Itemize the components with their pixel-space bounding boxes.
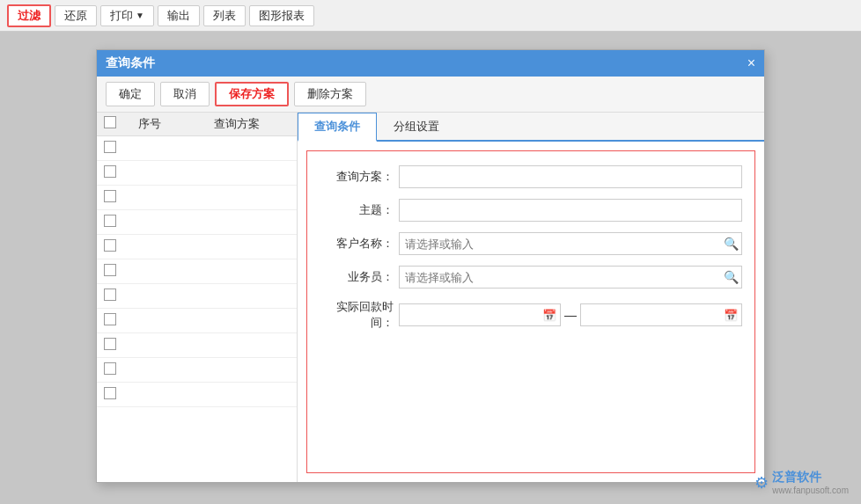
scheme-row (97, 235, 297, 259)
toolbar: 过滤 还原 打印 ▼ 输出 列表 图形报表 (0, 0, 861, 32)
export-button[interactable]: 输出 (158, 5, 200, 26)
print-button[interactable]: 打印 ▼ (100, 5, 154, 26)
restore-button[interactable]: 还原 (55, 5, 97, 26)
datetime-label: 实际回款时间： (320, 299, 399, 331)
tab-query-conditions[interactable]: 查询条件 (298, 113, 377, 142)
tabs-row: 查询条件 分组设置 (298, 113, 764, 142)
row-checkbox[interactable] (104, 264, 116, 276)
subject-row: 主题： (320, 199, 742, 222)
filter-button[interactable]: 过滤 (7, 4, 51, 27)
datetime-row: 实际回款时间： 📅 — 📅 (320, 299, 742, 331)
scheme-row (97, 284, 297, 309)
scheme-row (97, 358, 297, 383)
modal-overlay: 查询条件 × 确定 取消 保存方案 删除方案 序号 查询方案 (0, 32, 861, 504)
logo-text-wrap: 泛普软件 www.fanpusoft.com (772, 470, 849, 495)
date-from-wrap: 📅 (399, 303, 561, 326)
conditions-panel: 查询条件 分组设置 查询方案： 主题： (298, 113, 764, 482)
date-to-wrap: 📅 (580, 303, 742, 326)
date-separator: — (564, 308, 577, 322)
scheme-row (97, 383, 297, 407)
dialog-actions: 确定 取消 保存方案 删除方案 (97, 77, 764, 113)
subject-label: 主题： (320, 202, 399, 218)
header-checkbox[interactable] (104, 116, 116, 128)
customer-search-icon[interactable]: 🔍 (720, 233, 741, 254)
date-range: 📅 — 📅 (399, 303, 742, 326)
delete-scheme-button[interactable]: 删除方案 (294, 82, 366, 106)
date-to-input[interactable] (581, 307, 720, 323)
scheme-name-label: 查询方案： (320, 169, 399, 185)
salesperson-search-icon[interactable]: 🔍 (720, 267, 741, 288)
salesperson-input[interactable] (400, 269, 720, 286)
calendar-from-icon[interactable]: 📅 (539, 309, 560, 322)
scheme-table-header: 序号 查询方案 (97, 113, 297, 136)
row-checkbox[interactable] (104, 165, 116, 178)
scheme-name-input[interactable] (399, 165, 742, 188)
row-checkbox[interactable] (104, 387, 116, 399)
row-checkbox[interactable] (104, 239, 116, 252)
customer-label: 客户名称： (320, 236, 399, 252)
scheme-panel: 序号 查询方案 (97, 113, 298, 482)
scheme-name-row: 查询方案： (320, 165, 742, 188)
dialog-title: 查询条件 (106, 55, 155, 71)
customer-input-wrap: 🔍 (399, 232, 742, 255)
date-from-input[interactable] (400, 307, 539, 323)
dialog-body: 序号 查询方案 (97, 113, 764, 482)
row-checkbox[interactable] (104, 338, 116, 350)
logo-url: www.fanpusoft.com (772, 486, 849, 495)
row-checkbox[interactable] (104, 289, 116, 301)
scheme-row (97, 186, 297, 210)
scheme-row (97, 161, 297, 186)
scheme-rows (97, 136, 297, 482)
chart-button[interactable]: 图形报表 (249, 5, 314, 26)
calendar-to-icon[interactable]: 📅 (720, 309, 741, 322)
row-checkbox[interactable] (104, 313, 116, 325)
header-seq: 序号 (123, 116, 176, 132)
tab-group-settings[interactable]: 分组设置 (377, 113, 456, 142)
save-scheme-button[interactable]: 保存方案 (215, 82, 289, 106)
logo-name: 泛普软件 (772, 470, 849, 486)
dialog-close-button[interactable]: × (747, 56, 755, 70)
list-button[interactable]: 列表 (203, 5, 246, 26)
logo-area: ⚙ 泛普软件 www.fanpusoft.com (754, 470, 849, 495)
salesperson-label: 业务员： (320, 269, 399, 285)
row-checkbox[interactable] (104, 362, 116, 375)
row-checkbox[interactable] (104, 215, 116, 227)
scheme-row (97, 309, 297, 333)
dialog-header: 查询条件 × (97, 50, 764, 77)
scheme-row (97, 259, 297, 284)
scheme-row (97, 136, 297, 161)
header-check (97, 116, 123, 132)
conditions-form: 查询方案： 主题： 客户名称： 🔍 (306, 150, 755, 473)
row-checkbox[interactable] (104, 190, 116, 202)
print-dropdown-arrow: ▼ (136, 11, 144, 20)
customer-row: 客户名称： 🔍 (320, 232, 742, 255)
subject-input[interactable] (399, 199, 742, 222)
cancel-button[interactable]: 取消 (160, 82, 210, 106)
scheme-row (97, 210, 297, 235)
row-checkbox[interactable] (104, 141, 116, 153)
confirm-button[interactable]: 确定 (106, 82, 155, 106)
salesperson-row: 业务员： 🔍 (320, 266, 742, 289)
customer-input[interactable] (400, 236, 720, 252)
header-name: 查询方案 (176, 116, 297, 132)
logo-icon: ⚙ (754, 473, 769, 493)
query-dialog: 查询条件 × 确定 取消 保存方案 删除方案 序号 查询方案 (96, 49, 765, 483)
scheme-row (97, 333, 297, 358)
salesperson-input-wrap: 🔍 (399, 266, 742, 289)
